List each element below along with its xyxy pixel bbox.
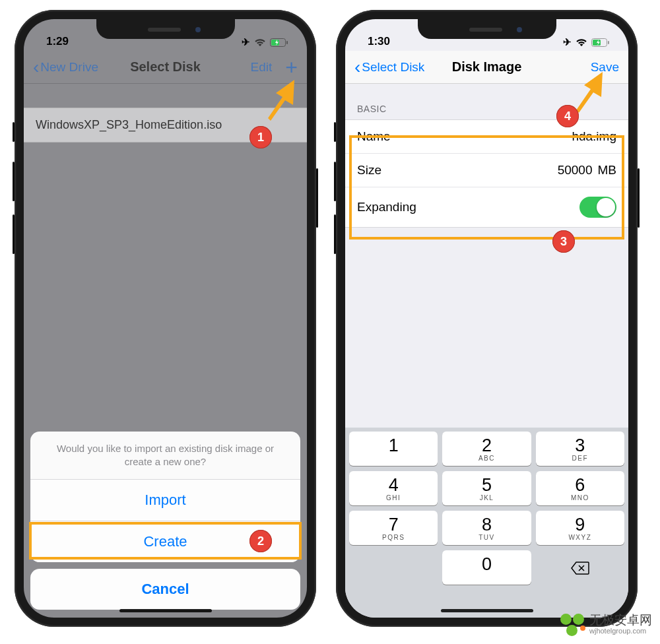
key-1[interactable]: 1	[349, 432, 438, 466]
battery-icon	[591, 38, 610, 47]
key-blank	[349, 550, 438, 585]
name-value: hda.img	[572, 129, 616, 144]
phone1-screen: 1:29 ✈ ‹ New Drive Select Disk Edit +	[24, 19, 307, 618]
home-indicator[interactable]	[441, 609, 533, 612]
key-0[interactable]: 0	[442, 550, 531, 585]
key-backspace[interactable]	[536, 550, 624, 585]
cancel-button[interactable]: Cancel	[30, 569, 300, 610]
action-sheet: Would you like to import an existing dis…	[30, 432, 300, 610]
watermark-logo	[559, 611, 585, 637]
name-row[interactable]: Name hda.img	[345, 120, 628, 154]
size-label: Size	[357, 163, 381, 177]
step-badge-2: 2	[249, 530, 272, 552]
name-label: Name	[357, 129, 391, 144]
step-badge-4: 4	[556, 105, 579, 127]
key-3[interactable]: 3DEF	[536, 432, 624, 466]
back-button[interactable]: ‹ Select Disk	[354, 60, 424, 75]
phone-left: 1:29 ✈ ‹ New Drive Select Disk Edit +	[15, 10, 316, 627]
basic-form: Name hda.img Size 50000 MB Expanding	[345, 119, 628, 228]
watermark-title: 无极安卓网	[589, 614, 652, 628]
svg-rect-6	[608, 41, 609, 44]
key-7[interactable]: 7PQRS	[349, 511, 438, 545]
airplane-icon: ✈	[563, 36, 572, 48]
import-button[interactable]: Import	[30, 480, 300, 521]
size-row[interactable]: Size 50000 MB	[345, 154, 628, 187]
key-4[interactable]: 4GHI	[349, 471, 438, 505]
notch	[418, 19, 556, 39]
backspace-icon	[571, 562, 589, 575]
numeric-keyboard: 1 2ABC 3DEF 4GHI 5JKL 6MNO 7PQRS 8TUV 9W…	[345, 428, 628, 618]
sheet-message: Would you like to import an existing dis…	[30, 432, 300, 480]
key-5[interactable]: 5JKL	[442, 471, 531, 505]
svg-marker-3	[268, 80, 294, 121]
home-indicator[interactable]	[119, 609, 212, 612]
key-8[interactable]: 8TUV	[442, 511, 531, 545]
chevron-left-icon: ‹	[354, 63, 360, 72]
step1-arrow	[260, 79, 300, 125]
expanding-switch[interactable]	[579, 197, 616, 218]
size-value: 50000	[558, 163, 593, 177]
expanding-label: Expanding	[357, 200, 416, 214]
key-6[interactable]: 6MNO	[536, 471, 624, 505]
phone2-screen: 1:30 ✈ ‹ Select Disk Disk Image Save BAS…	[345, 19, 628, 618]
step-badge-3: 3	[552, 230, 575, 253]
svg-marker-7	[576, 72, 603, 113]
size-unit: MB	[598, 163, 617, 177]
step-badge-1: 1	[249, 126, 272, 148]
key-9[interactable]: 9WXYZ	[536, 511, 624, 545]
expanding-row: Expanding	[345, 187, 628, 227]
status-time: 1:30	[368, 35, 390, 48]
wifi-icon	[576, 38, 587, 47]
phone-right: 1:30 ✈ ‹ Select Disk Disk Image Save BAS…	[336, 10, 638, 627]
watermark: 无极安卓网 wjhotelgroup.com	[559, 611, 652, 637]
notch	[96, 19, 235, 39]
key-2[interactable]: 2ABC	[442, 432, 531, 466]
watermark-url: wjhotelgroup.com	[589, 627, 652, 635]
back-label: Select Disk	[362, 60, 424, 75]
